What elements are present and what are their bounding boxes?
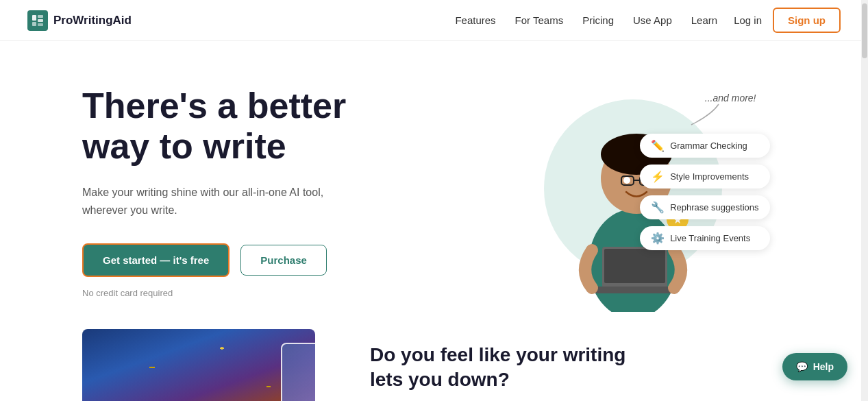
nav-links: Features For Teams Pricing Use App Learn [455,14,717,27]
hero-buttons: Get started — it's free Purchase [82,243,438,277]
nav-learn[interactable]: Learn [691,14,717,26]
style-icon: ⚡ [651,170,665,183]
purchase-button[interactable]: Purchase [240,245,327,276]
svg-rect-3 [38,19,43,22]
hero-title: There's a better way to write [82,86,438,168]
feature-pill-style: ⚡ Style Improvements [640,165,769,189]
get-started-button[interactable]: Get started — it's free [82,243,230,277]
brand-name: ProWritingAid [53,14,132,27]
bottom-text: Do you feel like your writing lets you d… [370,329,644,393]
feature-pill-rephrase: 🔧 Rephrase suggestions [640,195,769,219]
help-button[interactable]: 💬 Help [782,353,847,380]
navigation: ProWritingAid Features For Teams Pricing… [0,0,868,41]
feature-pills: ✏️ Grammar Checking ⚡ Style Improvements… [640,134,769,250]
bottom-section: Do you feel like your writing lets you d… [0,329,868,401]
logo-icon [27,10,48,31]
starry-night-image [82,329,315,401]
nav-features[interactable]: Features [455,14,495,26]
bottom-heading: Do you feel like your writing lets you d… [370,343,644,393]
svg-rect-1 [32,22,36,26]
and-more-decoration [684,101,726,128]
nav-use-app[interactable]: Use App [633,14,672,26]
svg-rect-15 [592,287,678,293]
logo-link[interactable]: ProWritingAid [27,10,132,31]
scrollbar[interactable] [861,0,868,401]
nav-teams[interactable]: For Teams [515,14,564,26]
svg-point-8 [623,177,630,184]
phone-mockup [281,343,315,401]
svg-rect-14 [604,249,665,283]
training-icon: ⚙️ [651,232,665,245]
bottom-image [82,329,315,401]
svg-rect-2 [38,15,43,18]
feature-pill-training: ⚙️ Live Training Events [640,226,769,250]
login-button[interactable]: Log in [734,14,762,26]
hero-content: There's a better way to write Make your … [82,86,438,299]
scrollbar-thumb[interactable] [862,3,867,58]
feature-pill-grammar: ✏️ Grammar Checking [640,134,769,158]
hero-subtitle: Make your writing shine with our all-in-… [82,184,343,219]
svg-rect-0 [32,15,36,21]
no-credit-text: No credit card required [82,288,438,298]
signup-button[interactable]: Sign up [773,8,841,33]
grammar-icon: ✏️ [651,139,665,152]
nav-pricing[interactable]: Pricing [582,14,614,26]
hero-section: There's a better way to write Make your … [0,41,868,329]
rephrase-icon: 🔧 [651,201,665,214]
help-icon: 💬 [796,361,808,372]
hero-illustration: ★ ...and more! ✏️ Grammar Checking ⚡ Sty… [438,69,827,315]
svg-rect-4 [38,23,43,26]
